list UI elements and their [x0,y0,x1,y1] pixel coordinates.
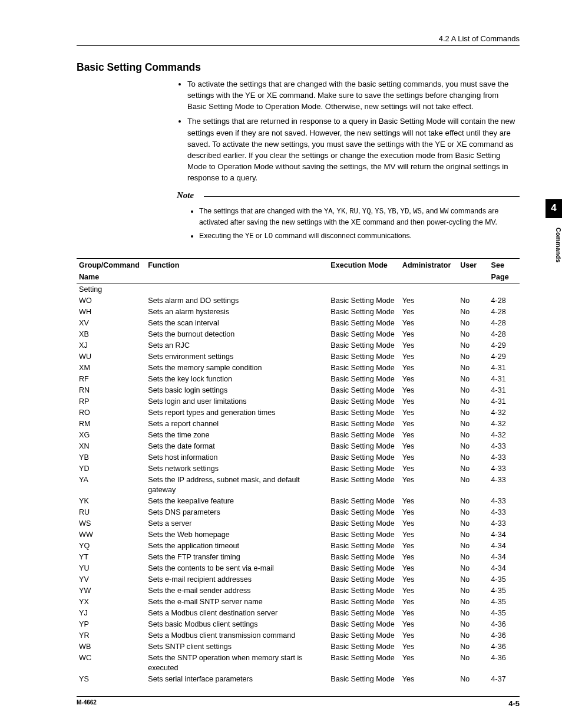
cell-admin: Yes [400,318,458,329]
cell-func: Sets the FTP transfer timing [146,552,328,563]
cell-mode: Basic Setting Mode [328,307,399,318]
table-head: Group/Command Function Execution Mode Ad… [77,259,520,284]
intro-bullet: The settings that are returned in respon… [187,116,520,183]
chapter-tab-label: Commands [546,224,562,263]
cell-func: Sets the key lock function [146,374,328,385]
cell-page: 4-31 [489,374,520,385]
cell-user: No [458,430,488,441]
cell-func: Sets the Web homepage [146,529,328,541]
cell-page: 4-36 [489,653,520,674]
table-row: YJSets a Modbus client destination serve… [77,608,520,619]
intro-bullet: To activate the settings that are change… [187,78,520,112]
th-admin: Administrator [400,259,458,272]
cell-func: Sets the SNTP operation when memory star… [146,653,328,674]
cell-user: No [458,563,488,574]
cell-admin: Yes [400,295,458,307]
cell-mode: Basic Setting Mode [328,475,399,496]
cell-mode: Basic Setting Mode [328,630,399,641]
cell-page: 4-36 [489,630,520,641]
cell-name: XJ [77,340,146,351]
table-row: XJSets an RJCBasic Setting ModeYesNo4-29 [77,340,520,351]
cell-page: 4-28 [489,295,520,307]
cell-user: No [458,340,488,351]
header-section-ref: 4.2 A List of Commands [439,34,520,43]
cell-func: Sets the date format [146,441,328,452]
cell-func: Sets the e-mail SNTP server name [146,597,328,608]
intro-bullets: To activate the settings that are change… [177,78,520,183]
cell-func: Sets the IP address, subnet mask, and de… [146,475,328,496]
cell-user: No [458,518,488,529]
cell-page: 4-34 [489,529,520,541]
cell-mode: Basic Setting Mode [328,463,399,475]
cell-page: 4-31 [489,385,520,396]
table-row: WWSets the Web homepageBasic Setting Mod… [77,529,520,541]
table-row: YWSets the e-mail sender addressBasic Se… [77,585,520,597]
cell-admin: Yes [400,585,458,597]
cell-mode: Basic Setting Mode [328,452,399,463]
cell-user: No [458,475,488,496]
cell-mode: Basic Setting Mode [328,396,399,407]
table-row: YKSets the keepalive featureBasic Settin… [77,496,520,507]
table-row: RUSets DNS parametersBasic Setting ModeY… [77,507,520,518]
cell-name: YS [77,674,146,685]
cell-mode: Basic Setting Mode [328,585,399,597]
th-mode: Execution Mode [328,259,399,272]
cell-admin: Yes [400,385,458,396]
cell-mode: Basic Setting Mode [328,441,399,452]
cell-page: 4-32 [489,430,520,441]
table-row: ROSets report types and generation times… [77,407,520,419]
cell-admin: Yes [400,374,458,385]
cell-func: Sets the e-mail sender address [146,585,328,597]
cell-admin: Yes [400,329,458,340]
cell-user: No [458,396,488,407]
cell-user: No [458,496,488,507]
th-name-2: Name [77,271,146,284]
cell-admin: Yes [400,574,458,585]
cell-mode: Basic Setting Mode [328,674,399,685]
cell-page: 4-33 [489,452,520,463]
intro-block: To activate the settings that are change… [177,78,520,242]
cell-name: YX [77,597,146,608]
page-footer: M-4662 4-5 [77,696,520,708]
cell-user: No [458,407,488,419]
cell-user: No [458,507,488,518]
cell-mode: Basic Setting Mode [328,374,399,385]
cell-func: Sets the memory sample condition [146,363,328,374]
cell-func: Sets a server [146,518,328,529]
cell-admin: Yes [400,597,458,608]
cell-admin: Yes [400,407,458,419]
cell-name: RN [77,385,146,396]
note-item-2: Executing the YE or LO command will disc… [199,230,520,242]
th-func: Function [146,259,328,272]
cell-func: Sets alarm and DO settings [146,295,328,307]
cell-user: No [458,385,488,396]
cell-page: 4-28 [489,329,520,340]
cell-name: YR [77,630,146,641]
cell-name: XN [77,441,146,452]
cell-admin: Yes [400,351,458,363]
footer-docnum: M-4662 [77,699,97,708]
cell-mode: Basic Setting Mode [328,496,399,507]
cell-mode: Basic Setting Mode [328,619,399,630]
cell-page: 4-35 [489,574,520,585]
cell-name: RF [77,374,146,385]
cell-name: XG [77,430,146,441]
cell-admin: Yes [400,552,458,563]
cell-func: Sets DNS parameters [146,507,328,518]
cell-mode: Basic Setting Mode [328,552,399,563]
footer-pagenum: 4-5 [508,699,520,708]
cell-name: RM [77,419,146,430]
cell-page: 4-33 [489,475,520,496]
cell-page: 4-33 [489,463,520,475]
cell-func: Sets the contents to be sent via e-mail [146,563,328,574]
cell-name: RO [77,407,146,419]
cell-func: Sets the keepalive feature [146,496,328,507]
cell-name: WW [77,529,146,541]
cell-func: Sets e-mail recipient addresses [146,574,328,585]
cell-page: 4-33 [489,496,520,507]
cell-page: 4-29 [489,351,520,363]
cell-mode: Basic Setting Mode [328,541,399,552]
cell-name: YP [77,619,146,630]
cell-name: WU [77,351,146,363]
cell-admin: Yes [400,653,458,674]
